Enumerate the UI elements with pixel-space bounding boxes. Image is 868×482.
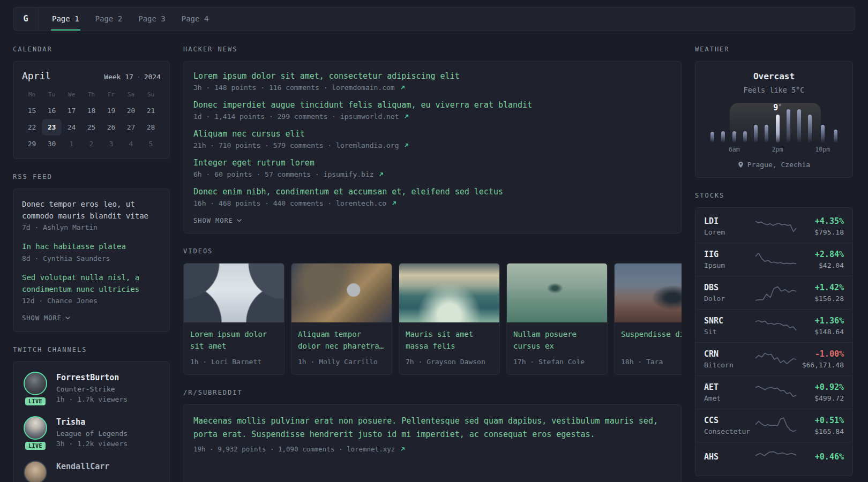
hn-story-domain[interactable]: ipsumworld.net (340, 112, 399, 120)
hn-story-title[interactable]: Lorem ipsum dolor sit amet, consectetur … (193, 71, 671, 81)
stock-name: Consectetur (704, 427, 753, 435)
videos-widget: VIDEOS Lorem ipsum dolor sit amet consec… (183, 247, 682, 375)
hackernews-heading: HACKER NEWS (183, 46, 682, 53)
external-link-icon (400, 85, 405, 90)
external-link-icon (404, 143, 409, 148)
video-card[interactable]: Mauris sit amet massa felis 7h · Grayson… (399, 263, 500, 375)
stock-change: +4.35% (798, 216, 844, 226)
chevron-down-icon (65, 317, 70, 320)
calendar-day: 16 (42, 102, 62, 119)
hn-story-domain[interactable]: loremdomain.com (332, 84, 394, 92)
calendar-day: 4 (121, 135, 141, 152)
hn-meta-text: 1d · 1,414 points · 299 comments · (193, 112, 336, 120)
stock-row[interactable]: LDILorem +4.35%$795.18 (695, 210, 852, 243)
show-more-label: SHOW MORE (193, 217, 233, 224)
calendar-grid: 15 16 17 18 19 20 21 22 23 24 25 26 27 2… (22, 102, 161, 152)
video-card[interactable]: Aliquam tempor dolor nec pharetra… 1h · … (291, 263, 392, 375)
rss-item[interactable]: Donec tempor eros leo, ut commodo mauris… (22, 199, 161, 231)
hackernews-widget: HACKER NEWS Lorem ipsum dolor sit amet, … (183, 46, 682, 234)
stock-name: Ipsum (704, 261, 753, 269)
twitch-channel-row[interactable]: LIVE ForrestBurton Counter-Strike 1h · 1… (22, 372, 161, 405)
hn-story-title[interactable]: Donec enim nibh, condimentum et accumsan… (193, 187, 671, 197)
weather-card: Overcast Feels like 5°C 6am 9° (695, 61, 853, 178)
video-thumbnail (615, 263, 682, 322)
hn-story-domain[interactable]: loremlandia.org (336, 141, 399, 149)
hn-story-meta: 16h · 468 points · 440 comments · loremt… (193, 199, 671, 207)
hn-story-domain[interactable]: ipsumify.biz (324, 170, 374, 178)
hn-story-title[interactable]: Aliquam nec cursus elit (193, 129, 671, 139)
reddit-post: Maecenas mollis pulvinar erat non posuer… (193, 415, 671, 453)
show-more-label: SHOW MORE (22, 314, 62, 322)
video-card[interactable]: Nullam posuere cursus ex 17h · Stefan Co… (506, 263, 608, 375)
external-link-icon (379, 172, 384, 177)
temp-bar (765, 125, 768, 142)
time-label: 2pm (772, 142, 783, 153)
stock-ticker: CRN (704, 349, 753, 359)
hackernews-card: Lorem ipsum dolor sit amet, consectetur … (183, 61, 682, 234)
hn-story-domain[interactable]: loremtech.co (336, 199, 386, 207)
reddit-widget: /R/SUBREDDIT Maecenas mollis pulvinar er… (183, 389, 682, 482)
tab-page-2[interactable]: Page 2 (87, 7, 131, 30)
video-card[interactable]: Lorem ipsum dolor sit amet consectetu… 1… (183, 263, 285, 375)
twitch-channel-row[interactable]: KendallCarr (22, 461, 161, 482)
rss-show-more-button[interactable]: SHOW MORE (22, 314, 161, 322)
stock-sparkline (755, 317, 796, 335)
calendar-day: 21 (141, 102, 161, 119)
stock-sparkline (755, 449, 796, 467)
hn-story-title[interactable]: Donec imperdiet augue tincidunt felis al… (193, 100, 671, 110)
dow-label: Tu (42, 91, 62, 98)
temp-bar (821, 125, 825, 142)
stock-row[interactable]: CRNBitcorn -1.00%$66,171.48 (695, 342, 852, 375)
temp-bar (732, 131, 736, 142)
calendar-day: 1 (62, 135, 81, 152)
top-nav: G Page 1 Page 2 Page 3 Page 4 (13, 7, 855, 31)
rss-item[interactable]: Sed volutpat nulla nisl, a condimentum n… (22, 272, 161, 305)
twitch-heading: TWITCH CHANNELS (13, 346, 170, 353)
calendar-day: 18 (81, 102, 101, 119)
temp-bar (754, 125, 758, 142)
dow-label: Th (81, 91, 101, 98)
video-card[interactable]: Suspendisse diam 18h · Tara (614, 263, 682, 375)
reddit-post-domain[interactable]: loremnet.xyz (347, 445, 395, 453)
tab-page-1[interactable]: Page 1 (44, 7, 87, 30)
calendar-day: 25 (81, 119, 101, 135)
hn-story-title[interactable]: Integer eget rutrum lorem (193, 158, 671, 168)
rss-item-title[interactable]: Sed volutpat nulla nisl, a condimentum n… (22, 272, 161, 295)
video-meta: 7h · Grayson Dawson (406, 358, 493, 366)
video-meta: 17h · Stefan Cole (513, 358, 601, 366)
stock-row[interactable]: IIGIpsum +2.84%$42.04 (695, 243, 852, 276)
twitch-channel-row[interactable]: LIVE Trisha League of Legends 3h · 1.2k … (22, 416, 161, 450)
tab-page-4[interactable]: Page 4 (174, 7, 217, 30)
stock-ticker: DBS (704, 283, 753, 292)
video-title: Lorem ipsum dolor sit amet consectetu… (190, 329, 278, 352)
stock-price: $148.64 (798, 328, 844, 336)
external-link-icon (400, 447, 405, 451)
reddit-meta-text: 19h · 9,932 points · 1,090 comments · (193, 445, 342, 453)
hn-show-more-button[interactable]: SHOW MORE (193, 217, 671, 224)
reddit-post-title[interactable]: Maecenas mollis pulvinar erat non posuer… (193, 415, 671, 441)
video-meta: 1h · Lori Barnett (190, 358, 278, 366)
stock-name: Bitcorn (704, 361, 753, 369)
hn-story-meta: 6h · 60 points · 57 comments · ipsumify.… (193, 170, 671, 178)
rss-item-title[interactable]: In hac habitasse platea (22, 241, 161, 253)
stock-row[interactable]: SNRCSit +1.36%$148.64 (695, 309, 852, 342)
tab-page-3[interactable]: Page 3 (130, 7, 174, 30)
stock-row[interactable]: AETAmet +0.92%$499.72 (695, 375, 852, 409)
stock-sparkline (755, 383, 796, 402)
hn-story: Donec imperdiet augue tincidunt felis al… (193, 100, 671, 120)
rss-item-title[interactable]: Donec tempor eros leo, ut commodo mauris… (22, 199, 161, 222)
stock-row[interactable]: DBSDolor +1.42%$156.28 (695, 276, 852, 309)
stock-price: $795.18 (798, 228, 844, 236)
weather-hourly-chart: 6am 9° 2pm 10pm (707, 103, 841, 153)
live-badge: LIVE (25, 442, 46, 450)
calendar-card: April Week 17·2024 Mo Tu We Th Fr Sa Su … (13, 61, 170, 159)
dow-label: We (62, 91, 81, 98)
app-logo[interactable]: G (13, 7, 39, 30)
calendar-day: 2 (81, 135, 101, 152)
rss-card: Donec tempor eros leo, ut commodo mauris… (13, 189, 170, 332)
stock-row[interactable]: CCSConsectetur +0.51%$165.84 (695, 409, 852, 442)
rss-item-meta: 12d · Chance Jones (22, 297, 161, 305)
stock-row[interactable]: AHS +0.46% (695, 442, 852, 473)
rss-item[interactable]: In hac habitasse platea 8d · Cynthia Sau… (22, 241, 161, 262)
hn-story: Donec enim nibh, condimentum et accumsan… (193, 187, 671, 207)
